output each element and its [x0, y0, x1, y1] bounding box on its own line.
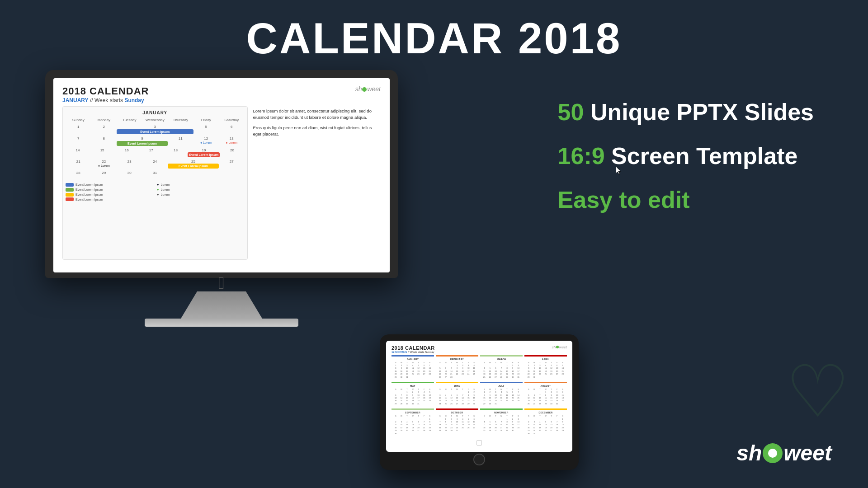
mini-cal-day: 26 — [466, 427, 472, 429]
mini-cal: SMTWTFS 123 45678910 11121314151617 1819… — [481, 361, 521, 379]
cal-week-1: 1 2 3 Event Lorem Ipsum 5 6 — [66, 124, 245, 134]
mini-cal-day: 31 — [515, 376, 521, 379]
legend-item: Event Lorem Ipsum — [66, 192, 153, 197]
mini-cal-day: 30 — [399, 376, 405, 379]
cal-day: 25 Event Lorem Ipsum — [168, 159, 219, 169]
mini-cal-day: 25 — [560, 399, 566, 402]
calendar-grid: JANUARY Sunday Monday Tuesday Wednesday … — [62, 106, 248, 260]
mini-cal-day: 25 — [481, 429, 487, 432]
cal-day: 31 — [142, 170, 168, 175]
cal-legend: Event Lorem Ipsum ● Lorem Event Lorem Ip… — [66, 183, 245, 201]
mini-cal: SMTWTFS 1234567 891011121314 15161718192… — [526, 361, 566, 379]
legend-box-blue — [66, 183, 74, 187]
mini-cal: SMTWTFS 12345 6789101112 13141516171819 … — [393, 388, 433, 405]
mini-cal-day: 26 — [526, 403, 532, 405]
legend-box-orange — [66, 193, 74, 197]
slide-title-block: 2018 CALENDAR JANUARY // Week starts Sun… — [62, 85, 149, 103]
feature-text-1: Unique PPTX Slides — [584, 99, 814, 125]
mini-month-name: OCTOBER — [437, 411, 477, 414]
tablet-subtitle: 12 MONTHS // Week starts Sunday — [392, 351, 435, 353]
mini-cal-day: 26 — [427, 399, 433, 402]
cal-days-header: Sunday Monday Tuesday Wednesday Thursday… — [66, 118, 245, 122]
mini-cal-day: 24 — [466, 373, 472, 375]
mini-cal-day: 24 — [515, 427, 521, 429]
tablet-mockup: 2018 CALENDAR 12 MONTHS // Week starts S… — [380, 334, 579, 470]
mini-cal-day: 28 — [448, 376, 454, 379]
cal-day: 16 — [114, 147, 139, 152]
cal-day: 27 — [219, 159, 245, 164]
cal-day: 24 — [142, 159, 168, 164]
mini-month-name: JUNE — [437, 385, 477, 387]
mini-cal-day: 27 — [443, 376, 449, 379]
mini-month-name: AUGUST — [526, 385, 566, 387]
mini-cal-day: 25 — [410, 373, 416, 375]
mini-cal-day: 25 — [443, 403, 449, 405]
cal-day: 2 — [91, 124, 117, 129]
day-sun: Sunday — [66, 118, 91, 122]
mini-cal: SMTWTFS 123456 78910111213 1415161718192… — [437, 415, 477, 432]
mini-cal-day: 24 — [437, 403, 443, 405]
cal-day: 12 ● Lorem — [193, 136, 219, 145]
feature-number-2: 16:9 — [558, 143, 605, 169]
mini-cal-day: 27 — [493, 376, 499, 379]
mini-cal-day: 29 — [404, 403, 410, 405]
mini-month-feb: FEBRUARY SMTWTFS 123 45678910 1112131415… — [436, 355, 478, 380]
mini-month-aug: AUGUST SMTWTFS 1234 567891011 1213141516… — [524, 382, 567, 407]
tablet-title-main: 2018 CALENDAR — [392, 345, 435, 351]
tablet-sunday: Sunday — [425, 351, 434, 353]
mini-cal-day: 29 — [481, 403, 487, 405]
cal-day: 11 — [168, 136, 193, 141]
mini-cal-day: 29 — [393, 376, 399, 379]
mini-month-name: MARCH — [481, 358, 521, 361]
text-side: Lorem ipsum dolor sit amet, consectetur … — [253, 106, 381, 260]
mini-cal-day: 31 — [532, 432, 538, 435]
mini-month-dec: DECEMBER SMTWTFS 1 2345678 9101112131415… — [524, 408, 567, 436]
mini-cal-day: 26 — [448, 403, 454, 405]
cal-day: 5 — [193, 124, 219, 129]
mini-cal-day: 27 — [421, 373, 427, 375]
legend-dot-green: ● — [157, 188, 159, 192]
mini-cal-day: 25 — [537, 429, 543, 432]
cal-month-title: JANUARY — [66, 110, 245, 115]
mini-month-jan: JANUARY SMTWTFS 123456 78910111213 14151… — [392, 355, 434, 380]
cal-day: 6 — [219, 124, 245, 129]
cal-day: 28 — [66, 170, 91, 175]
legend-label: Event Lorem Ipsum — [75, 183, 103, 186]
legend-dot: ● — [157, 183, 159, 187]
legend-item: ● Lorem — [157, 192, 245, 197]
slide-month: JANUARY — [62, 97, 89, 103]
legend-label: Event Lorem Ipsum — [75, 198, 103, 201]
mini-cal-day: 25 — [421, 399, 427, 402]
legend-item: ● Lorem — [157, 183, 245, 187]
cal-week-2: 7 8 9 Event Lorem Ipsum 11 12 ● Lorem — [66, 136, 245, 146]
mini-cal-day: 25 — [481, 376, 487, 379]
mini-cal-day: 24 — [399, 429, 405, 432]
mini-cal-day: 30 — [393, 432, 399, 435]
day-wed: Wednesday — [142, 118, 168, 122]
tablet-home-button[interactable] — [473, 454, 485, 465]
legend-item: Event Lorem Ipsum — [66, 197, 153, 201]
mini-cal-day: 30 — [471, 403, 477, 405]
tablet-week-label: // Week starts — [408, 351, 425, 353]
tablet-title-block: 2018 CALENDAR 12 MONTHS // Week starts S… — [392, 345, 435, 353]
mini-month-name: DECEMBER — [526, 411, 566, 414]
mini-cal-day: 31 — [554, 403, 560, 405]
mini-cal-day: 28 — [421, 429, 427, 432]
monitor-screen: 2018 CALENDAR JANUARY // Week starts Sun… — [53, 78, 390, 272]
mini-cal-day: 26 — [437, 376, 443, 379]
mini-cal-day: 31 — [404, 376, 410, 379]
feature-item-3: Easy to edit — [558, 187, 814, 213]
day-thu: Thursday — [168, 118, 193, 122]
mini-cal-day: 26 — [543, 429, 549, 432]
mini-cal: SMTWTFS 123 45678910 11121314151617 1819… — [437, 361, 477, 379]
mini-cal-day: 28 — [399, 403, 405, 405]
mini-cal-day: 27 — [532, 403, 538, 405]
tablet-screen: 2018 CALENDAR 12 MONTHS // Week starts S… — [386, 341, 572, 452]
text-paragraph-1: Lorem ipsum dolor sit amet, consectetur … — [253, 108, 381, 121]
tablet-nav-btn[interactable] — [476, 440, 482, 446]
mini-month-apr: APRIL SMTWTFS 1234567 891011121314 15161… — [524, 355, 567, 380]
legend-label: Event Lorem Ipsum — [75, 193, 103, 196]
cal-day: 18 — [163, 147, 188, 152]
legend-label: Lorem — [161, 188, 170, 191]
event-bar-red: Event Lorem Ipsum — [188, 152, 220, 157]
